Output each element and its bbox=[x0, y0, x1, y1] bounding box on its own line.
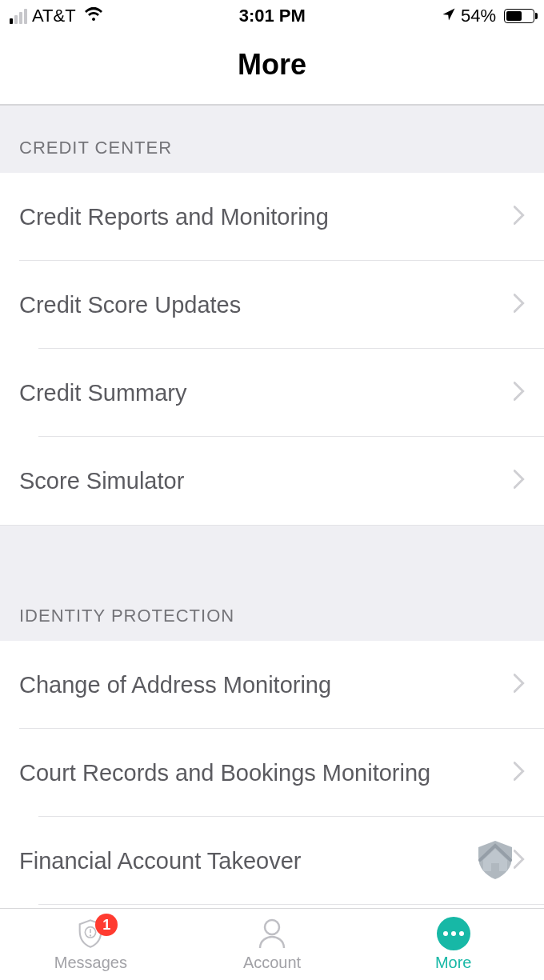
tab-label: Messages bbox=[54, 954, 127, 972]
person-icon bbox=[258, 918, 286, 950]
section-header-identity: IDENTITY PROTECTION bbox=[0, 526, 544, 641]
row-change-of-address[interactable]: Change of Address Monitoring bbox=[0, 641, 544, 729]
chevron-right-icon bbox=[514, 674, 525, 696]
row-label: Financial Account Takeover bbox=[19, 848, 302, 874]
row-label: Credit Reports and Monitoring bbox=[19, 204, 329, 230]
tab-more[interactable]: More bbox=[362, 909, 544, 980]
svg-point-2 bbox=[90, 934, 91, 936]
row-label: Change of Address Monitoring bbox=[19, 672, 331, 698]
row-credit-score-updates[interactable]: Credit Score Updates bbox=[19, 261, 544, 349]
credit-list: Credit Reports and Monitoring Credit Sco… bbox=[0, 173, 544, 526]
row-credit-reports[interactable]: Credit Reports and Monitoring bbox=[0, 173, 544, 261]
row-label: Credit Score Updates bbox=[19, 292, 241, 318]
wifi-icon bbox=[84, 6, 103, 26]
row-court-records[interactable]: Court Records and Bookings Monitoring bbox=[19, 729, 544, 817]
chevron-right-icon bbox=[514, 470, 525, 492]
messages-badge: 1 bbox=[95, 914, 118, 936]
location-icon bbox=[442, 6, 456, 26]
row-label: Court Records and Bookings Monitoring bbox=[19, 760, 430, 786]
chevron-right-icon bbox=[514, 762, 525, 784]
row-label: Score Simulator bbox=[19, 468, 184, 494]
tab-bar: 1 Messages Account More bbox=[0, 908, 544, 980]
tab-messages[interactable]: 1 Messages bbox=[0, 909, 182, 980]
page-title: More bbox=[0, 48, 544, 82]
cellular-signal-icon bbox=[10, 9, 27, 24]
status-bar: AT&T 3:01 PM 54% bbox=[0, 0, 544, 32]
section-header-credit: CREDIT CENTER bbox=[0, 106, 544, 173]
carrier-label: AT&T bbox=[32, 6, 76, 26]
more-icon bbox=[437, 917, 470, 950]
chevron-right-icon bbox=[514, 382, 525, 404]
battery-pct: 54% bbox=[461, 6, 496, 26]
nav-header: More bbox=[0, 32, 544, 106]
status-right: 54% bbox=[442, 6, 534, 26]
row-credit-summary[interactable]: Credit Summary bbox=[19, 349, 544, 437]
tab-account[interactable]: Account bbox=[182, 909, 363, 980]
row-label: Credit Summary bbox=[19, 380, 187, 406]
svg-point-3 bbox=[265, 920, 279, 934]
row-score-simulator[interactable]: Score Simulator bbox=[19, 437, 544, 525]
chevron-right-icon bbox=[514, 294, 525, 316]
clock: 3:01 PM bbox=[239, 6, 306, 26]
chevron-right-icon bbox=[514, 206, 525, 228]
status-left: AT&T bbox=[10, 6, 103, 26]
battery-icon bbox=[504, 9, 534, 23]
tab-label: More bbox=[435, 954, 472, 972]
home-shield-icon[interactable] bbox=[461, 831, 530, 900]
tab-label: Account bbox=[243, 954, 301, 972]
